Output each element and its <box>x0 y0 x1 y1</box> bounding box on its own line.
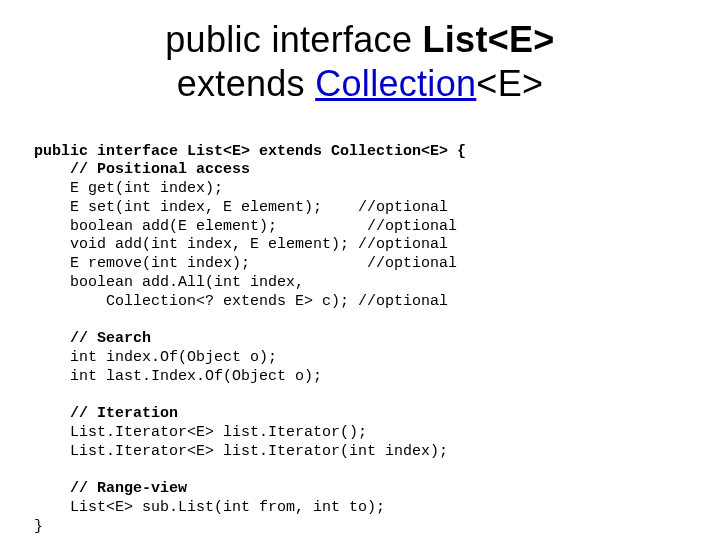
code-line: int index.Of(Object o); <box>34 349 277 366</box>
code-line: E remove(int index); //optional <box>34 255 457 272</box>
title-l2-prefix: extends <box>177 63 316 104</box>
code-line: List.Iterator<E> list.Iterator(int index… <box>34 443 448 460</box>
code-line: int last.Index.Of(Object o); <box>34 368 322 385</box>
code-line: // Range-view <box>34 480 187 497</box>
code-line: // Positional access <box>34 161 250 178</box>
code-line: boolean add.All(int index, <box>34 274 304 291</box>
title-l2-suffix: <E> <box>476 63 543 104</box>
title-line-2: extends Collection<E> <box>34 62 686 106</box>
code-line: void add(int index, E element); //option… <box>34 236 448 253</box>
page-title: public interface List<E> extends Collect… <box>34 18 686 106</box>
slide: public interface List<E> extends Collect… <box>0 0 720 540</box>
code-line: public interface List<E> extends Collect… <box>34 143 466 160</box>
title-l1-bold: List<E> <box>423 19 555 60</box>
code-line: List.Iterator<E> list.Iterator(); <box>34 424 367 441</box>
code-line: Collection<? extends E> c); //optional <box>34 293 448 310</box>
title-line-1: public interface List<E> <box>34 18 686 62</box>
code-line: E set(int index, E element); //optional <box>34 199 448 216</box>
code-line: // Iteration <box>34 405 178 422</box>
code-block: public interface List<E> extends Collect… <box>34 124 686 540</box>
code-line: E get(int index); <box>34 180 223 197</box>
code-line: // Search <box>34 330 151 347</box>
title-l1-prefix: public interface <box>165 19 422 60</box>
code-line: List<E> sub.List(int from, int to); <box>34 499 385 516</box>
collection-link[interactable]: Collection <box>315 63 476 104</box>
code-line: } <box>34 518 43 535</box>
code-line: boolean add(E element); //optional <box>34 218 457 235</box>
